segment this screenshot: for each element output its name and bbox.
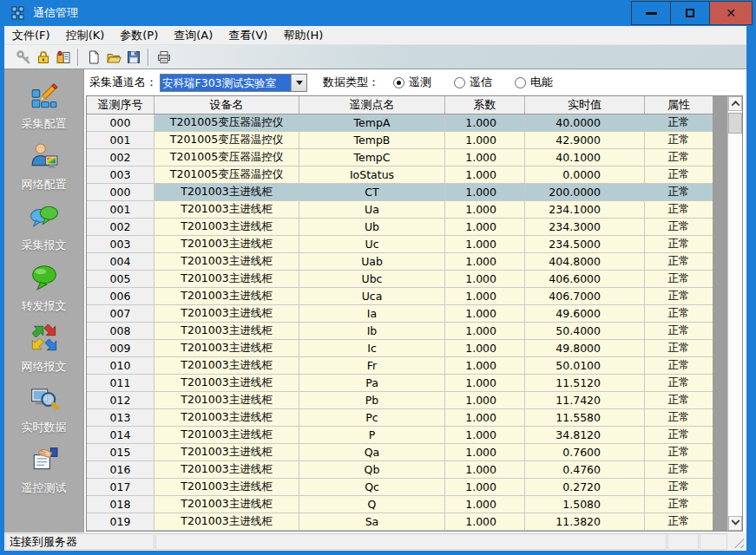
table-row[interactable]: 014 T201003主进线柜 P 1.000 34.8120 正常 <box>87 427 713 444</box>
cell-device: T201003主进线柜 <box>154 357 299 375</box>
cell-point: TempA <box>299 114 445 132</box>
header-seq[interactable]: 遥测序号 <box>87 96 154 114</box>
channel-combobox[interactable]: 安科瑞F303测试实验室 <box>160 74 307 92</box>
menu-help[interactable]: 帮助(H) <box>275 26 331 45</box>
header-value[interactable]: 实时值 <box>525 96 645 114</box>
toolbar-separator <box>148 49 149 66</box>
sidebar-item-label: 采集配置 <box>22 116 67 132</box>
cell-attr: 正常 <box>645 201 713 219</box>
cell-point: Ub <box>299 219 445 236</box>
scrollbar-thumb[interactable] <box>728 113 742 134</box>
table-row[interactable]: 001 T201003主进线柜 Ua 1.000 234.1000 正常 <box>87 201 713 219</box>
save-icon[interactable] <box>123 47 143 67</box>
radio-energy[interactable]: 电能 <box>515 75 553 90</box>
table-row[interactable]: 016 T201003主进线柜 Qb 1.000 0.4760 正常 <box>87 461 713 479</box>
table-row[interactable]: 012 T201003主进线柜 Pb 1.000 11.7420 正常 <box>87 392 713 409</box>
resize-grip[interactable] <box>727 532 746 551</box>
cell-value: 0.2720 <box>525 479 645 496</box>
vertical-scrollbar[interactable] <box>727 96 742 531</box>
cell-device: T201003主进线柜 <box>154 340 299 357</box>
sidebar-item-collect-config[interactable]: 采集配置 <box>4 81 83 141</box>
sidebar-item-forward-messages[interactable]: 转发报文 <box>4 263 83 323</box>
table-row[interactable]: 013 T201003主进线柜 Pc 1.000 11.5580 正常 <box>87 409 713 427</box>
menu-params[interactable]: 参数(P) <box>112 26 166 45</box>
table-row[interactable]: 009 T201003主进线柜 Ic 1.000 49.8000 正常 <box>87 340 713 357</box>
cell-value: 49.8000 <box>525 340 645 357</box>
table-row[interactable]: 007 T201003主进线柜 Ia 1.000 49.6000 正常 <box>87 305 713 323</box>
titlebar[interactable]: 通信管理 ✕ <box>0 0 756 26</box>
minimize-button[interactable] <box>631 1 671 25</box>
cell-attr: 正常 <box>645 132 713 149</box>
table-row[interactable]: 002 T201005变压器温控仪 TempC 1.000 40.1000 正常 <box>87 149 713 166</box>
sidebar-item-realtime-data[interactable]: 实时数据 <box>4 384 83 445</box>
sidebar-item-network-config[interactable]: 网络配置 <box>4 141 83 202</box>
cell-attr: 正常 <box>645 253 713 271</box>
header-coef[interactable]: 系数 <box>445 96 525 114</box>
scroll-down-button[interactable] <box>728 516 742 531</box>
menu-file[interactable]: 文件(F) <box>4 26 58 45</box>
sidebar-item-remote-control-test[interactable]: 遥控测试 <box>4 445 83 506</box>
table-row[interactable]: 006 T201003主进线柜 Uca 1.000 406.7000 正常 <box>87 288 713 305</box>
maximize-button[interactable] <box>670 1 710 25</box>
tools-icon[interactable] <box>53 47 73 67</box>
cell-attr: 正常 <box>645 219 713 236</box>
cell-attr: 正常 <box>645 496 713 513</box>
cell-attr: 正常 <box>645 357 713 375</box>
menu-view[interactable]: 查看(V) <box>220 26 275 45</box>
app-icon <box>11 6 25 20</box>
radio-telesignal[interactable]: 遥信 <box>454 75 492 90</box>
cell-device: T201005变压器温控仪 <box>154 132 299 149</box>
cell-point: P <box>299 427 445 444</box>
cell-coef: 1.000 <box>445 271 525 288</box>
radio-label: 遥信 <box>470 75 492 90</box>
radio-icon <box>454 77 465 88</box>
cell-device: T201003主进线柜 <box>154 427 299 444</box>
menu-query[interactable]: 查询(A) <box>166 26 220 45</box>
table-row[interactable]: 003 T201003主进线柜 Uc 1.000 234.5000 正常 <box>87 236 713 253</box>
cell-attr: 正常 <box>645 513 713 531</box>
lock-icon[interactable] <box>33 47 53 67</box>
print-icon[interactable] <box>154 47 174 67</box>
header-device[interactable]: 设备名 <box>154 96 299 114</box>
close-button[interactable]: ✕ <box>709 1 753 25</box>
combo-dropdown-button[interactable] <box>291 75 306 91</box>
header-point[interactable]: 遥测点名 <box>299 96 445 114</box>
new-file-icon[interactable] <box>83 47 103 67</box>
sidebar-item-network-messages[interactable]: 网络报文 <box>4 323 83 384</box>
open-folder-icon[interactable] <box>103 47 123 67</box>
table-row[interactable]: 011 T201003主进线柜 Pa 1.000 11.5120 正常 <box>87 375 713 392</box>
table-row[interactable]: 005 T201003主进线柜 Ubc 1.000 406.6000 正常 <box>87 271 713 288</box>
cell-value: 11.3820 <box>525 513 645 531</box>
scroll-up-button[interactable] <box>728 96 742 111</box>
table-row[interactable]: 003 T201005变压器温控仪 IoStatus 1.000 0.0000 … <box>87 166 713 184</box>
cell-point: Qc <box>299 479 445 496</box>
cell-value: 406.6000 <box>525 271 645 288</box>
cell-attr: 正常 <box>645 375 713 392</box>
cell-seq: 002 <box>87 219 154 236</box>
table-row[interactable]: 000 T201003主进线柜 CT 1.000 200.0000 正常 <box>87 184 713 201</box>
table-row[interactable]: 001 T201005变压器温控仪 TempB 1.000 42.9000 正常 <box>87 132 713 149</box>
table-row[interactable]: 018 T201003主进线柜 Q 1.000 1.5080 正常 <box>87 496 713 513</box>
cell-device: T201005变压器温控仪 <box>154 114 299 132</box>
cell-value: 34.8120 <box>525 427 645 444</box>
table-row[interactable]: 017 T201003主进线柜 Qc 1.000 0.2720 正常 <box>87 479 713 496</box>
cell-coef: 1.000 <box>445 236 525 253</box>
cell-coef: 1.000 <box>445 461 525 479</box>
table-row[interactable]: 002 T201003主进线柜 Ub 1.000 234.3000 正常 <box>87 219 713 236</box>
table-row[interactable]: 000 T201005变压器温控仪 TempA 1.000 40.0000 正常 <box>87 114 713 132</box>
cell-seq: 015 <box>87 444 154 461</box>
header-attr[interactable]: 属性 <box>645 96 713 114</box>
window-controls: ✕ <box>632 1 753 25</box>
cell-device: T201003主进线柜 <box>154 184 299 201</box>
table-row[interactable]: 019 T201003主进线柜 Sa 1.000 11.3820 正常 <box>87 513 713 531</box>
menu-control[interactable]: 控制(K) <box>58 26 113 45</box>
table-row[interactable]: 008 T201003主进线柜 Ib 1.000 50.4000 正常 <box>87 323 713 340</box>
key-icon[interactable] <box>13 47 33 67</box>
minimize-icon <box>646 12 657 15</box>
sidebar-item-collect-messages[interactable]: 采集报文 <box>4 202 83 263</box>
table-row[interactable]: 004 T201003主进线柜 Uab 1.000 404.8000 正常 <box>87 253 713 271</box>
table-row[interactable]: 015 T201003主进线柜 Qa 1.000 0.7600 正常 <box>87 444 713 461</box>
radio-telemetry[interactable]: 遥测 <box>393 75 431 90</box>
table-row[interactable]: 010 T201003主进线柜 Fr 1.000 50.0100 正常 <box>87 357 713 375</box>
sidebar: 采集配置 网络配置 <box>4 69 84 532</box>
